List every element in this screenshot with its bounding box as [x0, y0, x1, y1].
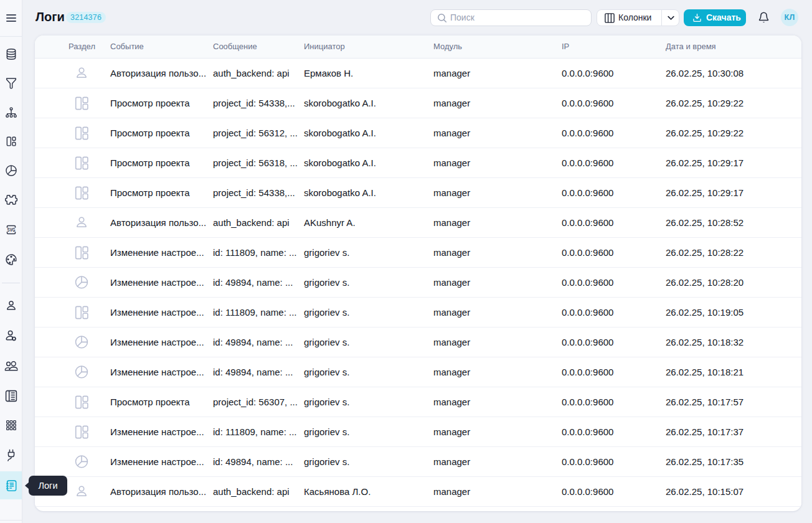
- svg-text:SVG: SVG: [7, 227, 15, 233]
